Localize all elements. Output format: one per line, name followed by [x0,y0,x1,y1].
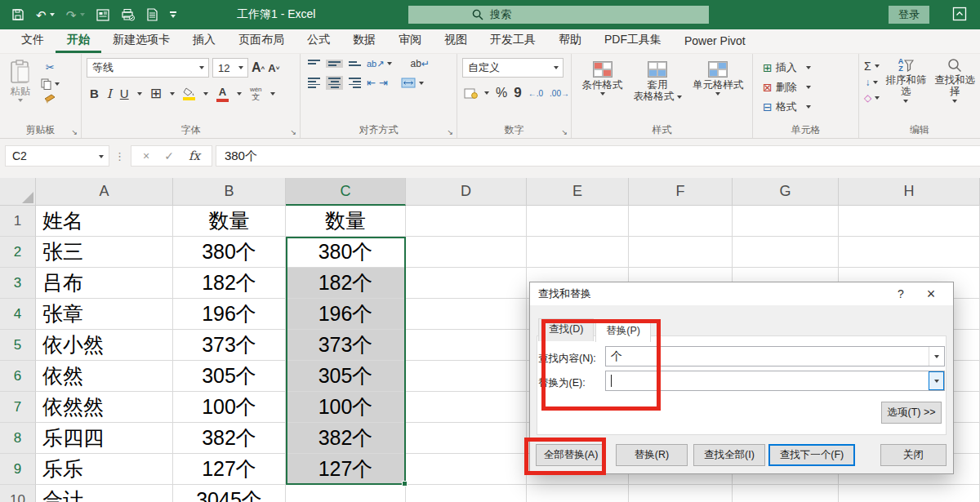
cell-D6[interactable] [406,361,527,392]
cell-A5[interactable]: 依小然 [36,330,173,361]
fill-icon[interactable]: ↓ [864,77,880,88]
find-next-button[interactable]: 查找下一个(F) [768,444,855,466]
dialog-help-icon[interactable]: ? [884,287,917,300]
cell-B2[interactable]: 380个 [173,237,286,268]
cell-C3[interactable]: 182个 [286,268,406,299]
align-right-icon[interactable] [346,76,363,90]
cell-B8[interactable]: 382个 [173,423,286,454]
ribbon-tab-file[interactable]: 文件 [10,28,56,53]
paste-button[interactable]: 粘贴 [5,58,36,104]
find-select-button[interactable]: 查找和选择 [933,58,977,104]
find-what-input[interactable]: 个 [605,346,945,367]
cell-A7[interactable]: 依然然 [36,392,173,423]
row-header-4[interactable]: 4 [0,299,36,330]
cell-A8[interactable]: 乐四四 [36,423,173,454]
delete-cells-button[interactable]: ⊠删除 [763,80,855,95]
cell-F10[interactable] [629,485,733,502]
format-cells-button[interactable]: ⊟格式 [763,100,855,114]
grow-font-icon[interactable]: A˄ [252,60,265,75]
column-header-D[interactable]: D [406,178,527,206]
cell-A1[interactable]: 姓名 [36,206,173,237]
cell-C8[interactable]: 382个 [286,423,406,454]
formula-input[interactable]: 380个 [216,145,980,167]
italic-icon[interactable]: I [107,87,112,101]
underline-icon[interactable]: U [120,87,129,100]
row-header-2[interactable]: 2 [0,237,36,268]
options-button[interactable]: 选项(T) >> [881,402,942,424]
cut-icon[interactable]: ✂ [41,61,60,73]
column-header-A[interactable]: A [36,178,173,206]
cell-B3[interactable]: 182个 [173,268,286,299]
phonetic-caret[interactable] [270,92,275,96]
number-format-select[interactable]: 自定义 [462,58,564,78]
cell-G10[interactable] [733,485,839,502]
cell-C10[interactable] [286,485,406,502]
align-left-icon[interactable] [305,76,323,90]
customize-qat-icon[interactable] [170,11,176,17]
row-header-6[interactable]: 6 [0,361,36,392]
cell-A2[interactable]: 张三 [36,237,173,268]
percent-style-icon[interactable]: % [496,86,507,100]
cell-D2[interactable] [406,237,527,268]
replace-with-input[interactable] [605,371,945,391]
cell-C4[interactable]: 196个 [286,299,406,330]
row-header-8[interactable]: 8 [0,423,36,454]
cell-A10[interactable]: 合计 [36,485,173,502]
cell-G1[interactable] [733,206,839,237]
ribbon-tab-2[interactable]: 新建选项卡 [101,28,181,53]
cell-C5[interactable]: 373个 [286,330,406,361]
copy-icon[interactable] [41,78,60,90]
find-what-dropdown-icon[interactable] [929,347,944,366]
format-painter-icon[interactable] [41,94,60,104]
ribbon-tab-1[interactable]: 开始 [56,28,101,53]
ribbon-tab-9[interactable]: 开发工具 [479,28,547,53]
cell-A9[interactable]: 乐乐 [36,454,173,485]
find-all-button[interactable]: 查找全部(I) [693,444,765,466]
cell-G2[interactable] [733,237,839,268]
cell-C9[interactable]: 127个 [286,454,406,485]
cell-D4[interactable] [406,299,527,330]
undo-icon[interactable]: ↶ [36,9,55,21]
column-header-B[interactable]: B [173,178,286,206]
increase-decimal-icon[interactable]: ←.0 [528,89,543,98]
conditional-formatting-button[interactable]: 条件格式 [577,60,628,97]
cell-H1[interactable] [839,206,980,237]
ribbon-tab-12[interactable]: Power Pivot [673,29,757,53]
row-header-5[interactable]: 5 [0,330,36,361]
cell-B6[interactable]: 305个 [173,361,286,392]
phonetic-guide-icon[interactable]: wén 文 [250,87,262,101]
dialog-close-icon[interactable]: × [917,287,945,301]
cell-D3[interactable] [406,268,527,299]
ribbon-tab-10[interactable]: 帮助 [547,28,593,53]
replace-all-button[interactable]: 全部替换(A) [536,444,606,466]
ribbon-tab-6[interactable]: 数据 [341,28,387,53]
merge-center-caret[interactable] [419,82,424,85]
sign-in-button[interactable]: 登录 [889,6,929,24]
accounting-caret[interactable] [484,91,489,95]
cell-B5[interactable]: 373个 [173,330,286,361]
cell-A6[interactable]: 依然 [36,361,173,392]
ribbon-display-options-icon[interactable] [952,7,967,21]
align-top-icon[interactable] [305,58,323,69]
font-color-icon[interactable]: A [216,86,229,102]
column-header-C[interactable]: C [286,178,406,206]
cancel-entry-icon[interactable]: × [143,149,149,162]
cell-D7[interactable] [406,392,527,423]
clipboard-dialog-launcher-icon[interactable]: ↘ [71,128,78,136]
cell-D10[interactable] [406,485,527,502]
cell-C7[interactable]: 100个 [286,392,406,423]
cell-B9[interactable]: 127个 [173,454,286,485]
cell-F1[interactable] [629,206,733,237]
cell-C2[interactable]: 380个 [286,237,406,268]
font-color-caret[interactable] [237,92,242,96]
alignment-dialog-launcher-icon[interactable]: ↘ [447,128,453,136]
cell-E1[interactable] [527,206,629,237]
align-middle-icon[interactable] [326,60,343,68]
row-header-7[interactable]: 7 [0,392,36,423]
sort-filter-button[interactable]: AZ 排序和筛选 [884,58,929,104]
cell-A3[interactable]: 吕布 [36,268,173,299]
fill-color-caret[interactable] [203,92,208,96]
replace-with-dropdown-icon[interactable] [929,371,944,390]
cell-B1[interactable]: 数量 [173,206,286,237]
cell-B10[interactable]: 3045个 [173,485,286,502]
